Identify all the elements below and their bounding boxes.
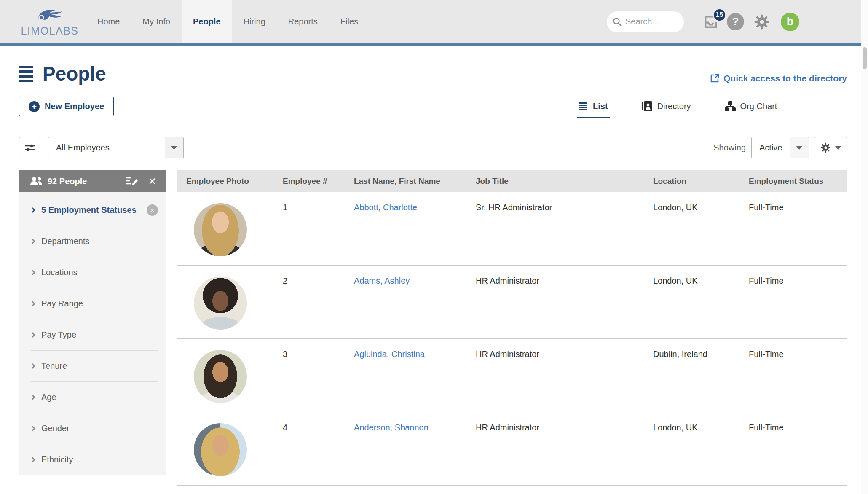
employee-number: 4 [283, 412, 354, 485]
location: London, UK [653, 412, 749, 485]
employee-number: 1 [283, 192, 354, 265]
tab-org-chart[interactable]: Org Chart [723, 94, 779, 118]
settings-button[interactable] [753, 13, 771, 31]
status-filter-select[interactable]: Active [751, 137, 809, 158]
sidebar-item-pay-range[interactable]: Pay Range [31, 288, 158, 319]
quick-access-directory-link[interactable]: Quick access to the directory [710, 73, 847, 83]
employee-filter-select[interactable]: All Employees [48, 137, 184, 158]
employment-status: Full-Time [749, 339, 847, 412]
people-count-label: 92 People [48, 177, 87, 186]
top-navbar: LIMOLABS Home My Info People Hiring Repo… [0, 0, 868, 43]
sidebar-item-employment-statuses[interactable]: 5 Employment Statuses ✕ [31, 195, 158, 226]
people-icon [30, 177, 43, 186]
gear-icon [820, 142, 831, 153]
nav-item-reports[interactable]: Reports [277, 0, 329, 43]
clear-filter-icon[interactable]: ✕ [147, 204, 158, 216]
location: London, UK [653, 266, 749, 338]
table-settings-button[interactable] [814, 137, 847, 158]
edit-filters-icon[interactable] [126, 176, 138, 186]
search-box[interactable] [607, 11, 684, 32]
employment-status: Full-Time [749, 192, 847, 265]
filter-panel-toggle-button[interactable] [19, 137, 40, 158]
employee-photo[interactable] [194, 423, 247, 476]
table-header-row: Employee Photo Employee # Last Name, Fir… [177, 170, 847, 192]
view-tabs: List Directory Org Chart [577, 94, 847, 118]
column-header: Employee Photo [186, 177, 283, 186]
scrollbar[interactable] [861, 0, 868, 494]
brand-name: LIMOLABS [21, 25, 78, 37]
sidebar-item-locations[interactable]: Locations [31, 257, 158, 288]
sidebar-item-departments[interactable]: Departments [31, 226, 158, 257]
plus-icon: + [29, 101, 40, 112]
nav-item-home[interactable]: Home [86, 0, 131, 43]
nav-item-files[interactable]: Files [329, 0, 370, 43]
filter-sidebar-header: 92 People ✕ [19, 170, 166, 192]
help-button[interactable]: ? [727, 13, 744, 30]
avatar-letter: b [787, 15, 794, 28]
brand-logo[interactable]: LIMOLABS [16, 0, 83, 43]
sidebar-item-ethnicity[interactable]: Ethnicity [31, 444, 158, 475]
table-row: 3 Agluinda, Christina HR Administrator D… [177, 339, 847, 412]
employee-number: 2 [283, 266, 354, 338]
location: London, UK [653, 192, 749, 265]
column-header: Location [653, 177, 749, 186]
showing-label: Showing [713, 143, 746, 153]
employee-photo[interactable] [194, 277, 247, 330]
caret-down-icon [171, 146, 177, 150]
sidebar-item-pay-type[interactable]: Pay Type [31, 319, 158, 351]
sidebar-item-tenure[interactable]: Tenure [31, 351, 158, 382]
job-title: HR Administrator [476, 339, 653, 412]
table-row: 4 Anderson, Shannon HR Administrator Lon… [177, 412, 847, 486]
sliders-icon [24, 143, 35, 153]
nav-item-hiring[interactable]: Hiring [232, 0, 277, 43]
tab-directory[interactable]: Directory [640, 94, 693, 118]
page-title: People [43, 62, 106, 85]
table-row: 2 Adams, Ashley HR Administrator London,… [177, 266, 847, 339]
search-input[interactable] [625, 17, 676, 27]
main-nav: Home My Info People Hiring Reports Files [86, 0, 370, 43]
gear-icon [753, 13, 770, 30]
chevron-right-icon [30, 426, 35, 431]
org-chart-icon [725, 101, 736, 111]
nav-item-people[interactable]: People [182, 0, 232, 43]
table-row: 1 Abbott, Charlotte Sr. HR Administrator… [177, 192, 847, 266]
employee-name-link[interactable]: Abbott, Charlotte [354, 192, 476, 265]
chevron-right-icon [30, 363, 35, 369]
employee-photo[interactable] [194, 203, 247, 256]
search-icon [613, 17, 622, 27]
chevron-right-icon [30, 457, 35, 462]
employee-table: Employee Photo Employee # Last Name, Fir… [177, 170, 847, 486]
nav-item-my-info[interactable]: My Info [131, 0, 182, 43]
chevron-right-icon [30, 270, 35, 275]
chevron-right-icon [30, 239, 35, 244]
chevron-right-icon [30, 301, 35, 306]
employee-number: 3 [283, 339, 354, 412]
user-avatar[interactable]: b [781, 13, 799, 31]
sidebar-item-gender[interactable]: Gender [31, 413, 158, 444]
new-employee-button[interactable]: + New Employee [19, 97, 114, 116]
job-title: HR Administrator [476, 266, 653, 338]
tab-list[interactable]: List [577, 94, 610, 118]
chevron-right-icon [30, 395, 35, 400]
caret-down-icon [835, 146, 841, 150]
filter-sidebar: 92 People ✕ 5 Employment Statuses ✕ [19, 170, 166, 475]
notifications-button[interactable]: 15 [702, 13, 719, 30]
list-icon [579, 102, 588, 110]
caret-down-icon [796, 146, 802, 150]
navbar-accent-line [0, 43, 861, 46]
contact-card-icon [642, 101, 653, 111]
employee-name-link[interactable]: Adams, Ashley [354, 266, 476, 338]
location: Dublin, Ireland [653, 339, 749, 412]
sidebar-item-age[interactable]: Age [31, 382, 158, 413]
employment-status: Full-Time [749, 412, 847, 485]
notification-badge: 15 [713, 8, 726, 21]
employee-photo[interactable] [194, 350, 247, 403]
close-sidebar-icon[interactable]: ✕ [148, 176, 156, 187]
question-icon: ? [732, 15, 739, 28]
scrollbar-thumb[interactable] [863, 47, 867, 69]
column-header: Last Name, First Name [354, 177, 476, 186]
chevron-right-icon [30, 207, 35, 213]
page-menu-icon[interactable] [19, 63, 33, 85]
employee-name-link[interactable]: Anderson, Shannon [354, 412, 476, 485]
employee-name-link[interactable]: Agluinda, Christina [354, 339, 476, 412]
